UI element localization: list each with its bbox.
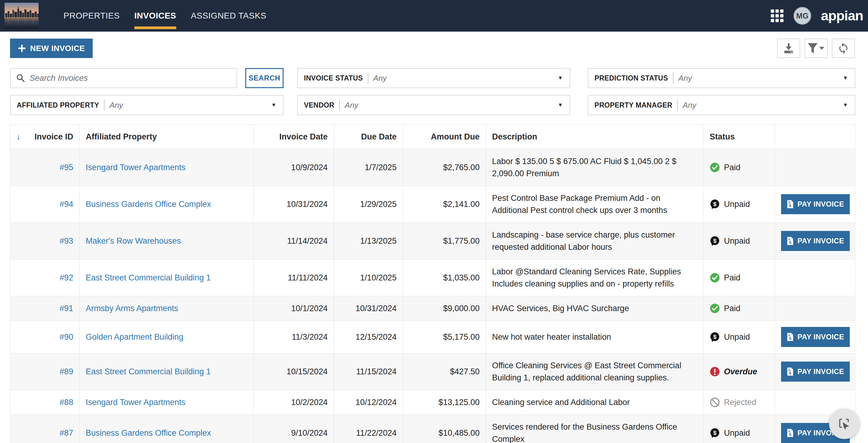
sort-descending-icon[interactable]: ↓ — [17, 132, 21, 141]
property-link[interactable]: Maker's Row Warehouses — [86, 235, 181, 247]
description-cell: Landscaping - base service charge, plus … — [486, 223, 704, 259]
status-unpaid-icon: $ — [710, 428, 720, 438]
property-link[interactable]: East Street Commercial Building 1 — [86, 272, 211, 284]
property-link[interactable]: Armsby Arms Apartments — [86, 302, 178, 314]
cursor-icon — [837, 417, 851, 431]
status-unpaid-icon: $ — [710, 332, 720, 342]
invoice-date-cell: 10/15/2024 — [254, 353, 334, 390]
invoice-dollar-icon: $ — [786, 200, 794, 209]
invoice-id-link[interactable]: #92 — [60, 272, 73, 284]
invoice-id-link[interactable]: #89 — [60, 366, 73, 378]
download-icon — [782, 42, 795, 54]
table-row: #94 Business Gardens Office Complex 10/3… — [10, 186, 855, 222]
search-input[interactable] — [29, 73, 231, 83]
invoice-id-link[interactable]: #91 — [60, 302, 73, 314]
amount-due-cell: $427.50 — [403, 353, 486, 390]
dropdown-label: AFFILIATED PROPERTY — [17, 101, 99, 109]
invoice-date-cell: 11/14/2024 — [254, 223, 334, 259]
header-invoice-id[interactable]: ↓ Invoice ID — [10, 125, 80, 149]
skyline-logo-image — [5, 3, 39, 29]
header-status[interactable]: Status — [704, 125, 775, 149]
status-label: Unpaid — [724, 198, 750, 210]
dropdown-value: Any — [373, 73, 558, 83]
pay-invoice-button[interactable]: $ PAY INVOICE — [781, 327, 850, 347]
action-cell: $ PAY INVOICE — [775, 353, 856, 390]
pay-invoice-button[interactable]: $ PAY INVOICE — [781, 231, 850, 251]
invoice-date-cell: 11/3/2024 — [254, 321, 334, 353]
action-cell: $ PAY INVOICE — [775, 223, 856, 259]
filter-button[interactable] — [804, 39, 828, 58]
pay-invoice-button[interactable]: $ PAY INVOICE — [781, 194, 850, 214]
dropdown-value: Any — [110, 101, 271, 110]
plus-icon — [18, 44, 26, 52]
invoice-dollar-icon: $ — [786, 367, 794, 376]
table-row: #88 Isengard Tower Apartments 10/2/2024 … — [10, 390, 855, 414]
dropdown-label: INVOICE STATUS — [304, 74, 363, 82]
due-date-cell: 1/7/2025 — [334, 149, 403, 186]
svg-text:$: $ — [713, 430, 717, 436]
invoice-id-link[interactable]: #94 — [60, 198, 73, 210]
property-link[interactable]: Golden Apartment Building — [86, 331, 183, 343]
property-link[interactable]: Isengard Tower Apartments — [86, 161, 185, 173]
new-invoice-button[interactable]: NEW INVOICE — [10, 39, 93, 58]
tab-invoices[interactable]: INVOICES — [134, 0, 176, 32]
invoice-date-cell: 10/2/2024 — [254, 390, 334, 414]
svg-text:$: $ — [789, 203, 792, 208]
grid-action-buttons — [777, 39, 855, 58]
vendor-dropdown[interactable]: VENDOR Any ▼ — [297, 95, 570, 115]
due-date-cell: 10/12/2024 — [334, 390, 403, 414]
new-invoice-label: NEW INVOICE — [30, 44, 85, 53]
property-link[interactable]: Business Gardens Office Complex — [86, 198, 211, 210]
invoice-date-cell: 10/31/2024 — [254, 186, 334, 222]
amount-due-cell: $5,175.00 — [403, 321, 486, 353]
invoice-status-dropdown[interactable]: INVOICE STATUS Any ▼ — [297, 68, 570, 88]
user-avatar[interactable]: MG — [794, 7, 811, 25]
header-invoice-date[interactable]: Invoice Date — [254, 125, 334, 149]
status-cell: Paid — [704, 259, 775, 296]
status-label: Paid — [724, 272, 740, 284]
header-affiliated-property[interactable]: Affiliated Property — [80, 125, 254, 149]
description-cell: Office Cleaning Services @ East Street C… — [486, 353, 704, 390]
header-amount-due[interactable]: Amount Due — [403, 125, 486, 149]
app-grid-icon[interactable] — [770, 9, 784, 23]
refresh-button[interactable] — [832, 39, 855, 58]
header-description[interactable]: Description — [486, 125, 704, 149]
filter-row-2: AFFILIATED PROPERTY Any ▼ VENDOR Any ▼ P… — [0, 95, 868, 115]
dropdown-separator — [677, 100, 678, 110]
action-cell — [775, 149, 856, 186]
invoice-dollar-icon: $ — [786, 236, 794, 246]
invoice-id-link[interactable]: #88 — [60, 396, 73, 408]
table-row: #91 Armsby Arms Apartments 10/1/2024 10/… — [10, 296, 855, 321]
tab-assigned-tasks[interactable]: ASSIGNED TASKS — [191, 0, 267, 32]
search-button[interactable]: SEARCH — [245, 68, 284, 88]
tab-properties[interactable]: PROPERTIES — [64, 0, 120, 32]
property-link[interactable]: East Street Commercial Building 1 — [86, 366, 211, 378]
property-link[interactable]: Business Gardens Office Complex — [86, 427, 211, 439]
chevron-down-icon: ▼ — [558, 75, 563, 81]
status-overdue-icon — [710, 367, 720, 377]
export-button[interactable] — [777, 39, 800, 58]
appian-logo: appian — [821, 8, 863, 24]
invoice-id-link[interactable]: #95 — [60, 161, 73, 173]
property-manager-dropdown[interactable]: PROPERTY MANAGER Any ▼ — [588, 95, 855, 115]
status-unpaid-icon: $ — [710, 236, 720, 246]
invoice-id-link[interactable]: #87 — [60, 427, 73, 439]
dropdown-value: Any — [345, 101, 558, 110]
description-cell: Cleaning service and Additional Labor — [486, 390, 704, 414]
status-label: Paid — [724, 302, 740, 314]
action-cell: $ PAY INVOICE — [775, 186, 856, 222]
affiliated-property-dropdown[interactable]: AFFILIATED PROPERTY Any ▼ — [10, 95, 284, 115]
pay-invoice-button[interactable]: $ PAY INVOICE — [781, 361, 850, 382]
invoice-id-link[interactable]: #90 — [60, 331, 73, 343]
header-due-date[interactable]: Due Date — [334, 125, 403, 149]
property-link[interactable]: Isengard Tower Apartments — [86, 396, 185, 408]
dropdown-separator — [368, 73, 368, 84]
prediction-status-dropdown[interactable]: PREDICTION STATUS Any ▼ — [588, 68, 855, 88]
status-cell: Overdue — [704, 353, 775, 390]
chevron-down-icon: ▼ — [271, 102, 276, 108]
invoice-id-link[interactable]: #93 — [60, 235, 73, 247]
due-date-cell: 1/10/2025 — [334, 259, 403, 296]
dropdown-separator — [673, 73, 674, 84]
chevron-down-icon: ▼ — [843, 75, 848, 81]
status-cell: $ Unpaid — [704, 223, 775, 259]
